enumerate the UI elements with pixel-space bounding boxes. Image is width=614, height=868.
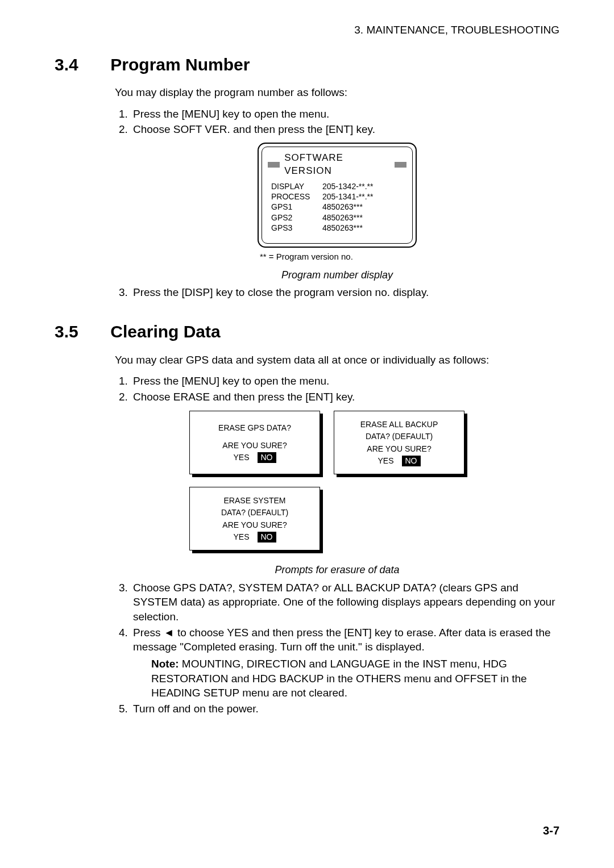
software-version-footnote: ** = Program version no. (260, 251, 417, 262)
running-header: 3. MAINTENANCE, TROUBLESHOOTING (55, 23, 559, 37)
section-number: 3.4 (55, 53, 106, 77)
steps-list-3-4: Press the [MENU] key to open the menu. C… (115, 107, 559, 137)
yes-option[interactable]: YES (233, 532, 249, 542)
row-label: DISPLAY (271, 181, 322, 191)
row-value: 4850263*** (322, 223, 363, 233)
section-title-3-4: 3.4 Program Number (55, 53, 559, 77)
note-body: MOUNTING, DIRECTION and LANGUAGE in the … (151, 658, 527, 699)
step: Press the [MENU] key to open the menu. (131, 107, 559, 122)
row-value: 4850263*** (322, 212, 363, 223)
prompt-title-line2: DATA? (DEFAULT) (366, 431, 433, 442)
no-option[interactable]: NO (258, 532, 276, 542)
steps-list-3-4b: Press the [DISP] key to close the progra… (115, 285, 559, 300)
software-version-title: SOFTWARE VERSION (284, 152, 390, 178)
prompt-title: ERASE SYSTEM (224, 495, 286, 506)
no-option[interactable]: NO (402, 456, 421, 466)
prompt-title: ERASE GPS DATA? (218, 423, 291, 433)
note-label: Note: (151, 658, 179, 670)
prompt-question: ARE YOU SURE? (222, 520, 287, 531)
prompt-title-line2: DATA? (DEFAULT) (221, 507, 288, 518)
step: Press the [MENU] key to open the menu. (131, 374, 559, 389)
step: Choose ERASE and then press the [ENT] ke… (131, 390, 559, 404)
row-label: GPS1 (271, 202, 322, 212)
table-row: GPS3 4850263*** (271, 223, 406, 233)
note: Note: MOUNTING, DIRECTION and LANGUAGE i… (151, 657, 559, 700)
section-title-3-5: 3.5 Clearing Data (55, 320, 559, 344)
step: Press the [DISP] key to close the progra… (131, 285, 559, 300)
title-bar-icon (268, 162, 280, 168)
step: Press ◄ to choose YES and then press the… (131, 625, 559, 700)
section-heading-text: Clearing Data (110, 322, 220, 341)
intro-text: You may display the program number as fo… (115, 85, 559, 100)
no-option[interactable]: NO (258, 452, 276, 463)
software-version-table: DISPLAY 205-1342-**.** PROCESS 205-1341-… (271, 181, 406, 233)
figure-caption: Program number display (115, 268, 559, 282)
step: Choose GPS DATA?, SYSTEM DATA? or ALL BA… (131, 581, 559, 624)
intro-text: You may clear GPS data and system data a… (115, 353, 559, 368)
yes-option[interactable]: YES (377, 456, 393, 466)
row-label: GPS3 (271, 223, 322, 233)
figure-caption: Prompts for erasure of data (115, 563, 559, 577)
erase-system-prompt: ERASE SYSTEM DATA? (DEFAULT) ARE YOU SUR… (189, 487, 320, 550)
prompt-question: ARE YOU SURE? (367, 444, 431, 454)
step: Choose SOFT VER. and then press the [ENT… (131, 122, 559, 137)
table-row: PROCESS 205-1341-**.** (271, 191, 406, 202)
step: Turn off and on the power. (131, 702, 559, 716)
prompt-title: ERASE ALL BACKUP (360, 419, 438, 430)
steps-list-3-5b: Choose GPS DATA?, SYSTEM DATA? or ALL BA… (115, 581, 559, 716)
row-value: 205-1342-**.** (322, 181, 374, 191)
left-arrow-icon: ◄ (164, 627, 175, 639)
table-row: DISPLAY 205-1342-**.** (271, 181, 406, 191)
table-row: GPS2 4850263*** (271, 212, 406, 223)
prompt-question: ARE YOU SURE? (222, 440, 287, 451)
table-row: GPS1 4850263*** (271, 202, 406, 212)
row-value: 205-1341-**.** (322, 191, 374, 202)
title-bar-icon (395, 162, 406, 168)
yes-option[interactable]: YES (233, 452, 249, 463)
step4-text-b: to choose YES and then press the [ENT] k… (133, 627, 551, 653)
row-label: PROCESS (271, 191, 322, 202)
row-label: GPS2 (271, 212, 322, 223)
section-heading-text: Program Number (110, 55, 250, 74)
row-value: 4850263*** (322, 202, 363, 212)
erase-all-backup-prompt: ERASE ALL BACKUP DATA? (DEFAULT) ARE YOU… (334, 411, 464, 474)
page-number: 3-7 (543, 823, 559, 838)
software-version-screen: SOFTWARE VERSION DISPLAY 205-1342-**.** … (258, 143, 417, 248)
erase-gps-prompt: ERASE GPS DATA? ARE YOU SURE? YES NO (189, 411, 320, 474)
section-number: 3.5 (55, 320, 106, 344)
step4-text-a: Press (133, 627, 164, 639)
steps-list-3-5a: Press the [MENU] key to open the menu. C… (115, 374, 559, 404)
